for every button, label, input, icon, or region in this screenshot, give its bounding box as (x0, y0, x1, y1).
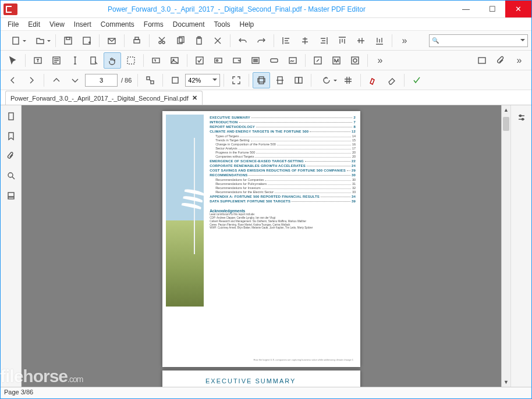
button-tool[interactable] (265, 52, 283, 69)
more-button[interactable]: » (510, 52, 528, 69)
document-tab[interactable]: Power_Forward_3.0_-_April_2017_-_Digital… (5, 91, 203, 105)
signature-tool[interactable] (284, 52, 302, 69)
last-page-button[interactable] (66, 72, 84, 88)
prev-page-button[interactable] (4, 72, 22, 88)
menu-file[interactable]: File (3, 19, 23, 30)
vertical-scrollbar[interactable]: ▲ ▼ (501, 105, 510, 387)
eraser-tool[interactable] (383, 72, 400, 88)
layers-panel-button[interactable] (2, 187, 20, 204)
delete-button[interactable] (209, 33, 226, 49)
fullscreen-button[interactable] (228, 72, 245, 88)
textbox-icon (151, 56, 161, 65)
fit-page-button[interactable] (253, 72, 270, 88)
text-box-tool[interactable] (147, 52, 165, 69)
list-tool[interactable] (247, 52, 264, 69)
search-input[interactable] (429, 34, 528, 47)
fit-visible-icon (275, 76, 285, 85)
first-page-button[interactable] (48, 72, 65, 88)
overflow-tools-button[interactable]: » (371, 52, 389, 69)
link-tool[interactable] (309, 52, 327, 69)
align-top-icon (338, 36, 347, 45)
edit-text-tool[interactable] (29, 52, 47, 69)
menu-comments[interactable]: Comments (96, 19, 139, 30)
stamp-tool[interactable] (346, 52, 364, 69)
align-center-button[interactable] (296, 33, 314, 49)
svg-rect-33 (151, 81, 154, 84)
page-number-input[interactable] (85, 74, 118, 87)
align-left-button[interactable] (278, 33, 295, 49)
close-tab-button[interactable]: ✕ (192, 94, 197, 102)
properties-panel-button[interactable] (514, 110, 529, 125)
toc-subitem: Trends in Target-Setting15 (215, 138, 356, 142)
combo-tool[interactable] (228, 52, 246, 69)
menu-forms[interactable]: Forms (139, 19, 168, 30)
doc-edit-icon (89, 56, 98, 65)
menu-tools[interactable]: Tools (210, 19, 235, 30)
align-middle-button[interactable] (352, 33, 370, 49)
align-bottom-icon (375, 36, 384, 45)
attach-tool[interactable] (492, 52, 509, 69)
grid-button[interactable] (339, 72, 357, 88)
copy-button[interactable] (172, 33, 189, 49)
select-tool[interactable] (122, 52, 140, 69)
fit-visible-button[interactable] (271, 72, 289, 88)
attachments-panel-button[interactable] (2, 147, 20, 165)
rotate-button[interactable] (315, 72, 338, 88)
menu-edit[interactable]: Edit (23, 19, 45, 30)
open-file-button[interactable] (29, 33, 52, 49)
highlight-tool[interactable] (364, 72, 382, 88)
check-tool[interactable] (408, 72, 425, 88)
menu-view[interactable]: View (45, 19, 69, 30)
undo-button[interactable] (234, 33, 251, 49)
toc-subitem: Types of Targets14 (215, 134, 356, 138)
next-page-button[interactable] (23, 72, 40, 88)
zoom-combo[interactable]: 42% (185, 74, 220, 87)
redo-button[interactable] (253, 33, 270, 49)
edit-doc-tool[interactable] (85, 52, 102, 69)
email-button[interactable] (103, 33, 120, 49)
close-button[interactable]: ✕ (505, 1, 531, 17)
cut-button[interactable] (153, 33, 171, 49)
paste-button[interactable] (190, 33, 208, 49)
edit-form-tool[interactable] (48, 52, 65, 69)
zoom-value: 42% (188, 77, 201, 84)
bookmarks-panel-button[interactable] (2, 127, 20, 145)
scroll-up-arrow[interactable]: ▲ (502, 105, 510, 115)
menu-help[interactable]: Help (235, 19, 259, 30)
new-file-button[interactable] (4, 33, 27, 49)
minimize-button[interactable]: — (453, 1, 479, 17)
initials-tool[interactable] (328, 52, 345, 69)
scroll-thumb[interactable] (503, 117, 509, 131)
search-panel-button[interactable] (2, 167, 20, 184)
select-text-tool[interactable] (66, 52, 84, 69)
checkbox-icon (195, 56, 204, 65)
thumbnails-panel-button[interactable] (2, 108, 20, 125)
print-button[interactable] (128, 33, 146, 49)
menu-document[interactable]: Document (168, 19, 210, 30)
hand-tool[interactable] (104, 52, 121, 69)
radio-tool[interactable] (210, 52, 227, 69)
document-canvas[interactable]: EXECUTIVE SUMMARY2INTRODUCTION7REPORT ME… (22, 105, 501, 387)
align-top-button[interactable] (334, 33, 351, 49)
toc-subitem: Recommendations for Companies30 (215, 178, 356, 181)
document-tab-label: Power_Forward_3.0_-_April_2017_-_Digital… (10, 95, 189, 102)
menu-insert[interactable]: Insert (69, 19, 96, 30)
align-bottom-button[interactable] (371, 33, 388, 49)
pointer-tool[interactable] (4, 52, 22, 69)
note-tool[interactable] (473, 52, 491, 69)
grid-icon (343, 76, 353, 85)
overflow-button[interactable]: » (396, 33, 413, 49)
save-button[interactable] (59, 33, 77, 49)
scroll-down-arrow[interactable]: ▼ (502, 377, 510, 387)
image-tool[interactable] (166, 52, 183, 69)
status-page-label: Page 3/86 (4, 389, 33, 396)
two-page-button[interactable] (290, 72, 307, 88)
save-as-button[interactable] (78, 33, 95, 49)
svg-rect-39 (299, 77, 302, 83)
maximize-button[interactable]: ☐ (479, 1, 505, 17)
fit-page-icon (257, 76, 266, 85)
actual-size-button[interactable] (141, 72, 159, 88)
fit-width-button[interactable] (166, 72, 184, 88)
align-right-button[interactable] (315, 33, 332, 49)
checkbox-tool[interactable] (191, 52, 208, 69)
